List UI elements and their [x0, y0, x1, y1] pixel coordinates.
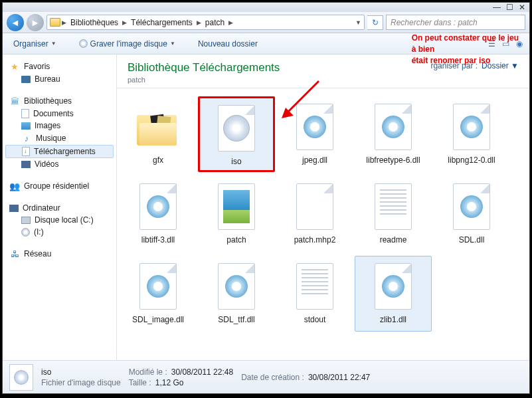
file-item-txt[interactable]: readme [355, 176, 432, 252]
dll-icon [375, 104, 412, 150]
explorer-window: — ☐ ✕ ◄ ► ▶ Bibliothèques ▶ Téléchargeme… [2, 2, 530, 394]
details-size-label: Taille : [129, 378, 151, 387]
file-item-txt[interactable]: stdout [276, 256, 353, 332]
library-subtitle: patch [128, 76, 280, 84]
file-item-dll[interactable]: SDL.dll [433, 176, 510, 252]
organize-menu[interactable]: Organiser ▼ [9, 37, 60, 51]
sidebar-item-desktop[interactable]: Bureau [3, 73, 116, 85]
file-label: libpng12-0.dll [445, 155, 497, 165]
drive-icon [21, 217, 31, 224]
new-folder-button[interactable]: Nouveau dossier [194, 37, 262, 51]
burn-image-button[interactable]: Graver l'image disque ▼ [75, 37, 179, 51]
file-label: iso [228, 157, 244, 166]
details-pane: iso Fichier d'image disque Modifié le :3… [3, 360, 529, 393]
chevron-right-icon[interactable]: ▶ [62, 19, 66, 26]
folder-icon [50, 18, 60, 27]
organize-label: Organiser [13, 39, 48, 49]
disc-icon [21, 228, 30, 237]
file-item-folder[interactable]: gfx [120, 96, 197, 172]
music-icon: ♪ [21, 133, 32, 144]
file-label: libtiff-3.dll [139, 235, 177, 245]
refresh-button[interactable]: ↻ [367, 15, 383, 30]
back-button[interactable]: ◄ [7, 14, 24, 31]
chevron-right-icon[interactable]: ▶ [197, 19, 201, 26]
file-item-iso[interactable]: iso [198, 96, 275, 172]
text-icon [296, 263, 333, 310]
sidebar-computer[interactable]: Ordinateur [3, 202, 116, 214]
minimize-button[interactable]: — [493, 3, 501, 12]
app-icon [218, 183, 255, 230]
annotation-arrow [279, 77, 325, 124]
details-type: Fichier d'image disque [41, 378, 121, 387]
sidebar-item-downloads[interactable]: Téléchargements [5, 145, 114, 158]
sidebar-item-videos[interactable]: Vidéos [3, 158, 116, 170]
breadcrumb[interactable]: patch [203, 17, 227, 29]
chevron-down-icon: ▼ [51, 41, 56, 47]
sidebar-favorites[interactable]: ★Favoris [3, 60, 116, 73]
sidebar-item-images[interactable]: Images [3, 120, 116, 132]
chevron-right-icon[interactable]: ▶ [122, 19, 127, 26]
desktop-icon [21, 76, 31, 83]
file-label: gfx [150, 155, 166, 165]
file-item-dll[interactable]: SDL_image.dll [120, 256, 197, 332]
library-title: Bibliothèque Téléchargements [128, 61, 280, 74]
sidebar-homegroup[interactable]: 👥Groupe résidentiel [3, 179, 116, 193]
details-modified-value: 30/08/2011 22:48 [171, 367, 233, 377]
file-item-patch[interactable]: patch [198, 176, 275, 252]
file-label: readme [377, 235, 410, 245]
details-created-label: Date de création : [241, 373, 304, 382]
file-label: libfreetype-6.dll [363, 155, 422, 165]
details-name: iso [41, 367, 121, 377]
file-grid[interactable]: gfx iso jpeg.dll libfreetype-6.dll libpn… [117, 88, 529, 360]
document-icon [21, 109, 29, 118]
nav-bar: ◄ ► ▶ Bibliothèques ▶ Téléchargements ▶ … [3, 12, 529, 33]
disc-icon [14, 370, 29, 385]
details-created-value: 30/08/2011 22:47 [308, 373, 370, 382]
titlebar: — ☐ ✕ [3, 3, 529, 12]
maximize-button[interactable]: ☐ [506, 3, 513, 12]
close-button[interactable]: ✕ [519, 3, 525, 12]
file-icon [296, 183, 333, 230]
folder-icon [137, 108, 179, 146]
file-item-dll[interactable]: libtiff-3.dll [120, 176, 197, 252]
file-label: SDL_image.dll [130, 315, 187, 324]
file-item-dll[interactable]: libfreetype-6.dll [355, 96, 432, 172]
file-item-dll[interactable]: SDL_ttf.dll [198, 256, 275, 332]
file-label: patch.mhp2 [292, 235, 339, 245]
file-item-dll[interactable]: libpng12-0.dll [433, 96, 510, 172]
content-pane: Bibliothèque Téléchargements patch rgani… [117, 54, 529, 360]
file-label: SDL_ttf.dll [215, 315, 257, 324]
file-item-file[interactable]: patch.mhp2 [276, 176, 353, 252]
download-icon [22, 147, 30, 156]
file-label: SDL.dll [456, 235, 488, 245]
forward-button[interactable]: ► [27, 14, 44, 31]
dll-icon [139, 183, 177, 230]
text-icon [375, 183, 412, 230]
file-item-dll[interactable]: zlib1.dll [355, 256, 432, 332]
disc-icon [79, 39, 88, 48]
chevron-right-icon[interactable]: ▶ [228, 19, 233, 26]
details-modified-label: Modifié le : [129, 367, 167, 377]
file-label: zlib1.dll [377, 315, 409, 324]
address-bar[interactable]: ▶ Bibliothèques ▶ Téléchargements ▶ patc… [46, 15, 365, 30]
details-thumbnail [9, 364, 33, 391]
sidebar-item-localdisk[interactable]: Disque local (C:) [3, 214, 116, 226]
dll-icon [375, 263, 412, 310]
homegroup-icon: 👥 [9, 181, 20, 191]
file-label: stdout [302, 315, 329, 324]
chevron-down-icon[interactable]: ▼ [355, 19, 361, 26]
breadcrumb[interactable]: Bibliothèques [68, 17, 121, 29]
sidebar-item-documents[interactable]: Documents [3, 108, 116, 120]
search-input[interactable]: Rechercher dans : patch [386, 15, 525, 30]
dll-icon [453, 104, 490, 150]
sidebar-libraries[interactable]: 🏛Bibliothèques [3, 94, 116, 108]
sidebar-item-cddrive[interactable]: (I:) [3, 226, 116, 238]
newfolder-label: Nouveau dossier [198, 39, 258, 49]
dll-icon [453, 183, 490, 230]
file-label: patch [224, 235, 248, 245]
breadcrumb[interactable]: Téléchargements [128, 17, 195, 29]
sidebar-item-music[interactable]: ♪Musique [3, 132, 116, 145]
sidebar-network[interactable]: 🖧Réseau [3, 247, 116, 260]
network-icon: 🖧 [9, 249, 20, 259]
burn-label: Graver l'image disque [90, 39, 167, 49]
